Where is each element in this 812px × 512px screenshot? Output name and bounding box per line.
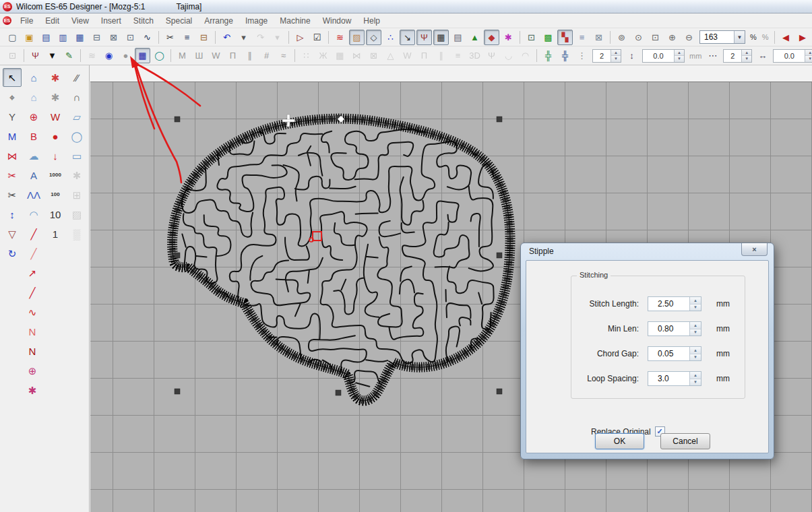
write-to-machine-button[interactable]: ▥ [55, 30, 71, 45]
pull-compensation-spinner[interactable]: 2▲▼ [592, 49, 621, 63]
remove-overlaps-button[interactable]: B [24, 127, 43, 146]
select-tool-button[interactable]: ↖ [3, 68, 22, 87]
zoom-value[interactable]: 163 [700, 32, 734, 42]
cut-stitch-button[interactable]: ✂ [3, 166, 22, 185]
min-len-spinner[interactable]: 0.80 ▲▼ [648, 321, 701, 336]
reshape-object-button[interactable]: ⌂ [24, 88, 43, 106]
circle-star-button[interactable]: ⊕ [23, 361, 42, 380]
ok-button[interactable]: OK [595, 433, 644, 449]
print-button[interactable]: ⊟ [89, 30, 104, 45]
filled-n-button[interactable]: N [23, 342, 42, 360]
length-adjust-button[interactable]: ↕ [3, 205, 22, 224]
zoom-box-button[interactable]: ⊡ [648, 30, 663, 45]
close-button[interactable]: × [741, 243, 768, 256]
loop-spacing-spinner[interactable]: 3.0 ▲▼ [648, 371, 701, 386]
freehand-select-button[interactable]: ⌖ [3, 88, 22, 106]
zoom-1-1-button[interactable]: ⊙ [631, 30, 646, 45]
menu-edit[interactable]: Edit [39, 15, 65, 27]
show-stitches-button[interactable]: ≋ [332, 30, 348, 45]
menu-arrange[interactable]: Arrange [198, 15, 239, 27]
row-count-spinner[interactable]: 2▲▼ [723, 49, 752, 63]
loop-spacing-value[interactable]: 3.0 [648, 372, 689, 385]
chord-gap-value[interactable]: 0.05 [648, 347, 689, 360]
chord-gap-spinner[interactable]: 0.05 ▲▼ [648, 346, 701, 361]
dashed-line-button[interactable]: ╱ [24, 244, 43, 263]
menu-window[interactable]: Window [317, 15, 358, 27]
arc-tool-button[interactable]: ∩ [67, 88, 86, 106]
spin-down-icon[interactable]: ▼ [690, 305, 701, 311]
design-properties-button[interactable]: ⊠ [591, 30, 606, 45]
show-artwork-button[interactable]: ◆ [484, 30, 499, 45]
menu-special[interactable]: Special [160, 15, 198, 27]
fusion-fill-button[interactable]: ☁ [24, 146, 43, 165]
show-needle-points-button[interactable]: ∴ [383, 30, 398, 45]
copy-button[interactable]: ≡ [179, 30, 195, 45]
offset-a-value[interactable]: 0.0 [643, 50, 674, 62]
spacing-10-button[interactable]: 10 [46, 205, 65, 224]
spin-down-icon[interactable]: ▼ [690, 379, 701, 386]
dots-handle-button[interactable]: ⋮ [574, 48, 590, 63]
travel-forward-button[interactable]: ▶ [795, 30, 811, 45]
branching-tool-button[interactable]: Y [3, 107, 22, 126]
zoom-factor-button[interactable]: ⊚ [614, 30, 629, 45]
cancel-button[interactable]: Cancel [660, 433, 710, 449]
wave-stitch-type-button[interactable]: ≈ [276, 48, 291, 63]
spacing-100-button[interactable]: 100 [46, 185, 65, 204]
spin-down-icon[interactable]: ▼ [611, 56, 621, 62]
outline-n-button[interactable]: N [23, 322, 42, 341]
closest-join-button[interactable]: ⊕ [24, 107, 43, 126]
spinner-arrows[interactable]: ▲▼ [689, 347, 701, 360]
spin-up-icon[interactable]: ▲ [805, 50, 812, 57]
menu-stitch[interactable]: Stitch [127, 15, 160, 27]
lattice-stitch-type-button[interactable]: # [259, 48, 274, 63]
penetrations-tool-button[interactable]: Ψ [28, 48, 43, 63]
spin-down-icon[interactable]: ▼ [690, 329, 701, 336]
pointer-r-button[interactable]: ▷ [292, 30, 308, 45]
design-preview-button[interactable]: ⊡ [524, 30, 539, 45]
zigzag-tool-button[interactable]: M [3, 127, 22, 146]
send-to-machine-button[interactable]: ⊡ [123, 30, 138, 45]
offset-b-spinner[interactable]: 0.0▲▼ [773, 49, 812, 63]
width-adjust-button[interactable]: ↔ [755, 48, 770, 63]
flower-fill-button[interactable]: ✱ [46, 68, 65, 87]
spin-up-icon[interactable]: ▲ [690, 372, 701, 379]
row-count-value[interactable]: 2 [724, 50, 741, 62]
line-stitch-type-button[interactable]: ∥ [242, 48, 257, 63]
spin-down-icon[interactable]: ▼ [690, 354, 701, 361]
menu-machine[interactable]: Machine [274, 15, 316, 27]
spinner-arrows[interactable]: ▲▼ [805, 50, 812, 62]
stitch-bars-button[interactable]: ≡ [574, 30, 590, 45]
dummy-circle-button[interactable]: ● [118, 48, 133, 63]
stipple-fill-button[interactable]: ▦ [135, 48, 150, 63]
machine-connect-button[interactable]: ∿ [139, 30, 155, 45]
cap-frame-button[interactable]: ◠ [24, 205, 43, 224]
outline-offset-button[interactable]: ◉ [101, 48, 117, 63]
stitch-length-spinner[interactable]: 2.50 ▲▼ [648, 296, 701, 311]
spin-down-icon[interactable]: ▼ [805, 56, 812, 62]
show-penetrations-button[interactable]: Ψ [416, 30, 432, 45]
auto-apply-button[interactable]: ☑ [309, 30, 325, 45]
paste-button[interactable]: ⊟ [196, 30, 212, 45]
save-as-button[interactable]: ▦ [72, 30, 88, 45]
complex-fill-button[interactable]: ▱ [67, 107, 86, 126]
stitch-length-value[interactable]: 2.50 [648, 297, 689, 311]
show-background-button[interactable]: ▲ [467, 30, 482, 45]
save-design-button[interactable]: ▤ [38, 30, 54, 45]
e-stitch-type-button[interactable]: Ш [191, 48, 207, 63]
spin-down-icon[interactable]: ▼ [742, 56, 751, 62]
show-grid-button[interactable]: ▦ [433, 30, 449, 45]
arrow-run-button[interactable]: ↗ [23, 263, 42, 282]
scissors-needle-button[interactable]: ✂ [3, 185, 22, 204]
menu-help[interactable]: Help [357, 15, 386, 27]
spin-up-icon[interactable]: ▲ [742, 50, 751, 57]
show-connectors-button[interactable]: ↘ [400, 30, 415, 45]
lettering-button[interactable]: A [24, 166, 43, 185]
parallel-lines-button[interactable]: ∕∕ [67, 68, 86, 87]
stitch-line-button[interactable]: ╱ [24, 224, 43, 243]
offset-a-spinner[interactable]: 0.0▲▼ [642, 49, 685, 63]
color-film-button[interactable]: ▚ [557, 30, 573, 45]
pull-compensation-value[interactable]: 2 [593, 50, 611, 62]
align-grid-2-button[interactable]: ╬ [557, 48, 573, 63]
rectangle-tool-button[interactable]: ▭ [67, 146, 86, 165]
spinner-arrows[interactable]: ▲▼ [741, 50, 751, 62]
